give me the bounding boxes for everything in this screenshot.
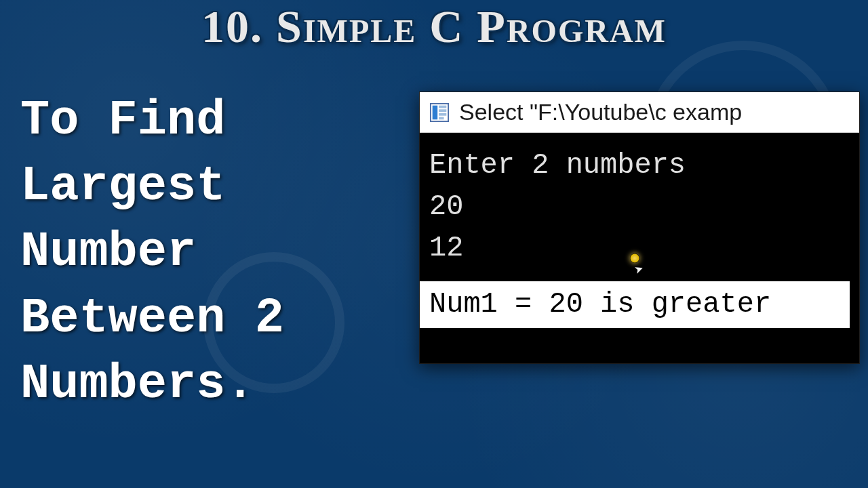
- svg-rect-1: [433, 105, 438, 119]
- console-highlighted-line: Num1 = 20 is greater: [420, 281, 850, 328]
- console-app-icon: [429, 102, 450, 123]
- svg-rect-5: [439, 117, 444, 119]
- console-output[interactable]: Enter 2 numbers 20 12 Num1 = 20 is great…: [420, 133, 859, 363]
- slide-subtitle: To Find Largest Number Between 2 Numbers…: [20, 88, 400, 418]
- window-titlebar[interactable]: Select "F:\Youtube\c examp: [420, 92, 859, 133]
- slide-title: 10. Simple C Program: [0, 0, 868, 54]
- console-line: Enter 2 numbers: [429, 145, 850, 186]
- window-title-text: Select "F:\Youtube\c examp: [459, 99, 742, 125]
- console-window: Select "F:\Youtube\c examp Enter 2 numbe…: [419, 92, 860, 364]
- svg-rect-4: [439, 113, 446, 115]
- svg-rect-3: [439, 109, 446, 112]
- console-line: 20: [429, 186, 850, 228]
- svg-rect-2: [439, 105, 446, 108]
